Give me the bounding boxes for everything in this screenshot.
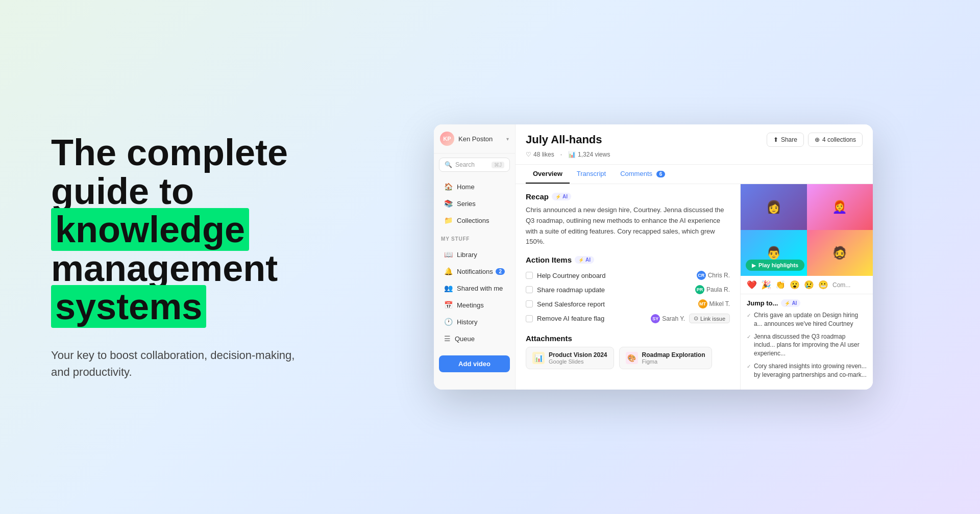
content-meta: ♡ 48 likes · 📊 1,324 views <box>526 151 863 158</box>
attachment-name: Roadmap Exploration <box>642 351 705 358</box>
chevron-icon: ✓ <box>747 363 751 370</box>
sidebar-item-label: Shared with me <box>457 285 503 292</box>
views-meta: 📊 1,324 views <box>568 151 610 158</box>
link-issue-button[interactable]: ⊙ Link issue <box>689 314 730 323</box>
jump-to-item[interactable]: ✓ Cory shared insights into growing reve… <box>747 362 867 379</box>
reaction-clap[interactable]: 👏 <box>775 280 786 290</box>
jump-to-item[interactable]: ✓ Jenna discussed the Q3 roadmap includ.… <box>747 332 867 358</box>
app-mockup: KP Ken Poston ▾ 🔍 Search ⌘J 🏠 Home 📚 Ser… <box>327 104 980 410</box>
play-highlights-button[interactable]: ▶ Play highlights <box>746 260 804 271</box>
sidebar-item-library[interactable]: 📖 Library <box>437 246 512 263</box>
sidebar-user[interactable]: KP Ken Poston ▾ <box>434 124 515 153</box>
attachment-item[interactable]: 📊 Product Vision 2024 Google Slides <box>526 347 614 369</box>
avatar: MT <box>698 299 707 309</box>
video-cell-4: 🧔 <box>807 230 873 276</box>
search-shortcut: ⌘J <box>492 162 504 168</box>
page-title: July All-hands <box>526 133 602 146</box>
action-checkbox[interactable] <box>526 315 533 322</box>
video-person-2: 👩‍🦰 <box>807 184 873 230</box>
search-bar[interactable]: 🔍 Search ⌘J <box>439 158 510 172</box>
heart-icon: ♡ <box>526 151 531 158</box>
attachment-item[interactable]: 🎨 Roadmap Exploration Figma <box>619 347 712 369</box>
home-icon: 🏠 <box>444 183 453 191</box>
hero-title: The complete guide to knowledge manageme… <box>51 134 296 326</box>
reaction-party[interactable]: 🎉 <box>761 280 771 290</box>
tab-overview[interactable]: Overview <box>526 165 570 184</box>
sidebar-item-notifications[interactable]: 🔔 Notifications 2 <box>437 263 512 279</box>
reaction-sad[interactable]: 😢 <box>804 280 814 290</box>
jump-to-item[interactable]: ✓ Chris gave an update on Design hiring … <box>747 311 867 328</box>
share-button[interactable]: ⬆ Share <box>767 133 804 147</box>
ai-badge: AI <box>781 299 800 307</box>
sidebar-item-series[interactable]: 📚 Series <box>437 195 512 212</box>
reaction-more: Com... <box>832 281 850 289</box>
chevron-icon: ✓ <box>747 312 751 319</box>
reaction-wow[interactable]: 😮 <box>790 280 800 290</box>
sidebar-item-label: Home <box>457 183 475 191</box>
action-items-section: Action Items AI Help Courtney onboard CR… <box>526 255 730 326</box>
attachments-title: Attachments <box>526 334 730 343</box>
sidebar-item-label: Library <box>457 251 477 259</box>
queue-icon: ☰ <box>444 335 451 343</box>
tab-comments[interactable]: Comments 6 <box>613 165 672 184</box>
shared-icon: 👥 <box>444 284 453 292</box>
collections-icon: 📁 <box>444 216 453 224</box>
action-item: Send Salesforce report MT Mikel T. <box>526 297 730 311</box>
comments-badge: 6 <box>656 171 666 177</box>
header-actions: ⬆ Share ⊕ 4 collections <box>767 133 863 147</box>
sidebar-main-nav: 🏠 Home 📚 Series 📁 Collections <box>434 176 515 231</box>
sidebar-item-queue[interactable]: ☰ Queue <box>437 330 512 347</box>
sidebar-item-shared[interactable]: 👥 Shared with me <box>437 280 512 296</box>
content-header: July All-hands ⬆ Share ⊕ 4 collections <box>516 124 873 165</box>
meetings-icon: 📅 <box>444 301 453 309</box>
avatar: CR <box>697 271 706 280</box>
tab-transcript[interactable]: Transcript <box>570 165 613 184</box>
sidebar-item-label: History <box>457 318 477 326</box>
action-label: Share roadmap update <box>537 286 691 294</box>
avatar: KP <box>440 132 454 146</box>
video-person-1: 👩 <box>741 184 807 230</box>
sidebar-item-home[interactable]: 🏠 Home <box>437 178 512 195</box>
hero-section: The complete guide to knowledge manageme… <box>0 93 327 421</box>
main-content: July All-hands ⬆ Share ⊕ 4 collections <box>516 124 873 390</box>
reaction-grimace[interactable]: 😬 <box>818 280 828 290</box>
slides-icon: 📊 <box>532 352 545 364</box>
sidebar-item-meetings[interactable]: 📅 Meetings <box>437 297 512 313</box>
action-assignee: CR Chris R. <box>697 271 730 280</box>
video-panel: 👩 👩‍🦰 👨 🧔 ▶ Play high <box>740 184 873 390</box>
search-icon: 🔍 <box>445 161 452 168</box>
avatar: PR <box>695 285 704 294</box>
content-tabs: Overview Transcript Comments 6 <box>516 165 873 184</box>
ai-badge: AI <box>575 256 594 264</box>
sidebar: KP Ken Poston ▾ 🔍 Search ⌘J 🏠 Home 📚 Ser… <box>434 124 516 390</box>
collections-btn-icon: ⊕ <box>815 136 820 143</box>
add-video-button[interactable]: Add video <box>439 355 510 372</box>
action-assignee: SY Sarah Y. <box>651 314 685 323</box>
series-icon: 📚 <box>444 199 453 208</box>
attachment-type: Figma <box>642 358 705 365</box>
collections-button[interactable]: ⊕ 4 collections <box>808 133 863 147</box>
attachment-type: Google Slides <box>549 358 607 365</box>
notifications-icon: 🔔 <box>444 267 453 275</box>
hero-subtitle: Your key to boost collaboration, decisio… <box>51 347 296 380</box>
sidebar-item-label: Meetings <box>457 301 484 309</box>
reaction-heart[interactable]: ❤️ <box>747 280 757 290</box>
reactions-row: ❤️ 🎉 👏 😮 😢 😬 Com... <box>741 276 873 294</box>
link-icon: ⊙ <box>694 315 698 322</box>
video-thumbnail[interactable]: 👩 👩‍🦰 👨 🧔 ▶ Play high <box>741 184 873 276</box>
search-label: Search <box>455 161 492 168</box>
action-checkbox[interactable] <box>526 300 533 307</box>
action-checkbox[interactable] <box>526 286 533 293</box>
sidebar-item-label: Notifications <box>457 268 493 275</box>
sidebar-item-label: Queue <box>455 335 475 343</box>
content-body: Recap AI Chris announced a new design hi… <box>516 184 873 390</box>
recap-text: Chris announced a new design hire, Court… <box>526 205 730 247</box>
sidebar-item-label: Collections <box>457 217 489 224</box>
video-cell-1: 👩 <box>741 184 807 230</box>
action-assignee: MT Mikel T. <box>698 299 730 309</box>
sidebar-item-history[interactable]: 🕐 History <box>437 314 512 330</box>
sidebar-item-collections[interactable]: 📁 Collections <box>437 212 512 228</box>
action-label: Remove AI feature flag <box>537 315 647 322</box>
jump-to-section: Jump to... AI ✓ Chris gave an update on … <box>741 294 873 390</box>
action-checkbox[interactable] <box>526 272 533 279</box>
